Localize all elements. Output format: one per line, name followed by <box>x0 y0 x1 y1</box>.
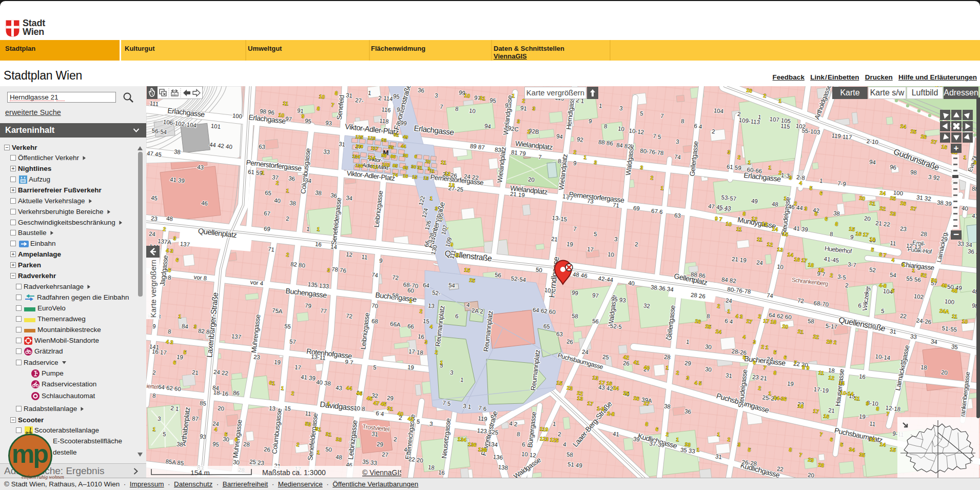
svg-text:16: 16 <box>315 241 322 247</box>
svg-text:49: 49 <box>403 134 408 140</box>
svg-text:36: 36 <box>330 192 337 199</box>
svg-text:27-: 27- <box>355 97 364 104</box>
svg-text:31: 31 <box>345 92 352 99</box>
svg-text:58: 58 <box>807 318 814 324</box>
svg-text:16: 16 <box>438 469 445 476</box>
svg-text:38: 38 <box>663 403 671 409</box>
svg-text:10: 10 <box>726 221 732 227</box>
svg-text:79: 79 <box>304 302 311 309</box>
svg-text:136: 136 <box>467 441 477 448</box>
svg-text:10 8: 10 8 <box>354 405 366 412</box>
svg-text:9: 9 <box>379 258 383 264</box>
svg-text:2: 2 <box>152 369 156 376</box>
svg-text:2-8: 2-8 <box>606 410 615 417</box>
svg-text:18: 18 <box>920 364 927 370</box>
svg-text:29: 29 <box>376 441 383 447</box>
svg-text:20: 20 <box>940 369 948 376</box>
svg-text:84: 84 <box>181 323 189 329</box>
svg-text:18: 18 <box>828 367 835 374</box>
svg-text:2: 2 <box>635 241 639 248</box>
svg-text:134: 134 <box>352 153 360 160</box>
svg-text:17: 17 <box>813 408 819 414</box>
svg-text:15: 15 <box>782 231 789 237</box>
svg-text:111: 111 <box>149 100 159 107</box>
svg-text:2: 2 <box>394 436 398 443</box>
svg-text:60: 60 <box>407 287 414 293</box>
svg-text:5: 5 <box>373 364 377 371</box>
svg-text:48: 48 <box>771 201 778 207</box>
svg-text:10: 10 <box>278 112 285 118</box>
svg-text:48: 48 <box>335 454 342 460</box>
svg-text:20: 20 <box>807 472 814 478</box>
svg-text:52: 52 <box>869 266 876 273</box>
svg-text:31: 31 <box>889 328 896 335</box>
svg-text:40: 40 <box>643 364 650 370</box>
svg-text:42: 42 <box>623 354 630 360</box>
svg-text:14: 14 <box>879 441 886 447</box>
svg-text:31: 31 <box>325 431 332 437</box>
svg-text:73: 73 <box>586 198 594 204</box>
svg-text:13: 13 <box>777 246 783 252</box>
svg-text:24: 24 <box>613 385 619 391</box>
svg-text:6 4: 6 4 <box>376 410 385 417</box>
svg-text:98: 98 <box>910 169 917 175</box>
svg-text:24: 24 <box>581 348 589 355</box>
svg-text:7: 7 <box>440 104 444 110</box>
svg-text:43: 43 <box>335 384 342 391</box>
svg-text:84: 84 <box>212 384 220 391</box>
svg-text:19: 19 <box>273 359 281 365</box>
svg-text:21: 21 <box>191 369 199 376</box>
svg-text:3-7: 3-7 <box>848 261 857 268</box>
svg-text:69: 69 <box>633 205 640 211</box>
svg-text:94: 94 <box>484 123 492 129</box>
svg-text:13: 13 <box>592 375 599 381</box>
svg-text:Maßstab ca. 1:3000: Maßstab ca. 1:3000 <box>262 468 326 477</box>
svg-text:14: 14 <box>330 243 338 250</box>
svg-text:58: 58 <box>391 292 399 299</box>
svg-text:5: 5 <box>594 231 598 238</box>
svg-text:23: 23 <box>253 354 260 360</box>
svg-text:7 5: 7 5 <box>653 133 661 140</box>
svg-text:10: 10 <box>464 92 471 99</box>
svg-text:11: 11 <box>756 236 762 242</box>
svg-text:17: 17 <box>294 364 301 370</box>
svg-text:3: 3 <box>158 416 162 422</box>
svg-text:117: 117 <box>371 145 379 151</box>
svg-text:11: 11 <box>305 410 311 417</box>
svg-text:94: 94 <box>556 133 563 140</box>
svg-text:26: 26 <box>633 395 640 401</box>
svg-text:11: 11 <box>736 226 742 232</box>
svg-text:19: 19 <box>566 241 573 247</box>
svg-text:25: 25 <box>705 323 712 329</box>
svg-text:67 6: 67 6 <box>651 208 663 215</box>
svg-text:30: 30 <box>704 366 712 373</box>
svg-text:54: 54 <box>448 282 456 288</box>
svg-text:29: 29 <box>940 236 948 242</box>
svg-text:93: 93 <box>504 102 512 109</box>
svg-text:24: 24 <box>756 259 763 266</box>
svg-text:141: 141 <box>149 343 159 350</box>
svg-text:22: 22 <box>776 465 783 472</box>
svg-text:40: 40 <box>273 197 281 204</box>
svg-text:33: 33 <box>910 333 917 340</box>
svg-text:19: 19 <box>858 413 866 420</box>
svg-text:3: 3 <box>676 139 680 145</box>
svg-text:64: 64 <box>422 282 430 288</box>
svg-text:3: 3 <box>450 369 454 376</box>
svg-text:114: 114 <box>368 154 376 161</box>
svg-text:98: 98 <box>381 152 387 158</box>
svg-text:36: 36 <box>684 408 691 415</box>
svg-text:50: 50 <box>931 277 937 283</box>
svg-text:15: 15 <box>464 267 471 273</box>
svg-text:48: 48 <box>166 215 173 222</box>
svg-text:2: 2 <box>665 334 670 340</box>
svg-text:22: 22 <box>879 205 886 211</box>
svg-text:83: 83 <box>494 146 501 153</box>
svg-text:18: 18 <box>427 464 435 471</box>
svg-text:30: 30 <box>411 164 417 169</box>
svg-text:13: 13 <box>427 302 435 309</box>
svg-text:20: 20 <box>527 176 535 183</box>
svg-text:21: 21 <box>551 236 558 242</box>
svg-text:25: 25 <box>602 354 609 360</box>
svg-text:44: 44 <box>401 143 406 149</box>
